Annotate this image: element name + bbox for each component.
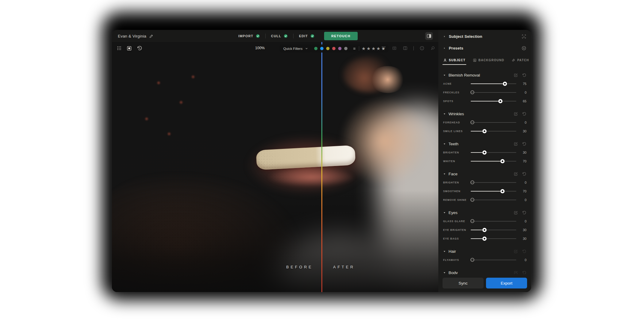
photo-nose-highlight [370, 66, 406, 93]
slider-label: FLYAWAYS [443, 258, 471, 261]
slider-track[interactable] [471, 150, 516, 155]
section-edit-icon[interactable] [514, 270, 518, 274]
section-edit-icon[interactable] [514, 142, 518, 146]
slider-track[interactable] [471, 90, 516, 95]
slider-track[interactable] [471, 189, 516, 194]
slider-track[interactable] [471, 236, 516, 241]
tab-background[interactable]: BACKGROUND [473, 58, 504, 65]
section-title: Blemish Removal [449, 73, 480, 77]
slider-track[interactable] [471, 219, 516, 224]
star-icon[interactable]: ★ [371, 46, 375, 51]
face-scan-icon[interactable] [521, 34, 526, 39]
slider-thumb[interactable] [482, 228, 487, 232]
section-header[interactable]: Eyes [443, 208, 526, 217]
slider-thumb[interactable] [470, 180, 474, 184]
presets-label: Presets [449, 46, 463, 50]
export-button[interactable]: Export [486, 278, 527, 288]
slider-row: SMOOTHEN 70 [443, 187, 526, 195]
slider-track[interactable] [471, 81, 516, 86]
section-reset-icon[interactable] [522, 249, 526, 254]
color-dot-yellow[interactable] [326, 47, 329, 50]
section-header[interactable]: Teeth [443, 140, 526, 148]
filter-funnel-icon[interactable] [381, 46, 386, 51]
slider-track[interactable] [471, 198, 516, 202]
sync-button[interactable]: Sync [443, 278, 484, 288]
slider-thumb[interactable] [482, 129, 487, 133]
slider-track[interactable] [471, 180, 516, 185]
info-icon[interactable] [419, 46, 425, 51]
presets-row[interactable]: Presets [438, 43, 531, 53]
slider-track[interactable] [471, 159, 516, 164]
tab-patch[interactable]: PATCH [511, 58, 529, 65]
section-reset-icon[interactable] [522, 142, 526, 146]
caret-down-icon [443, 113, 446, 115]
slider-fill [471, 83, 505, 84]
section-reset-icon[interactable] [522, 172, 526, 176]
slider-thumb[interactable] [498, 99, 502, 103]
section-header[interactable]: Blemish Removal [443, 71, 526, 79]
color-dot-red[interactable] [332, 47, 335, 50]
add-preset-icon[interactable] [521, 46, 526, 51]
subject-selection-row[interactable]: Subject Selection [438, 30, 531, 43]
adjustment-sections: Blemish Removal ACNE 75 FRECKLES 0 SPOT [438, 65, 531, 274]
section-edit-icon[interactable] [514, 172, 518, 176]
edit-title-icon[interactable] [149, 34, 154, 38]
section-reset-icon[interactable] [522, 210, 526, 215]
color-dot-purple[interactable] [338, 47, 341, 50]
person-icon [443, 58, 447, 62]
star-icon[interactable]: ★ [366, 46, 370, 51]
quick-filters-dropdown[interactable]: Quick Filters [280, 44, 311, 53]
history-icon[interactable] [137, 45, 142, 51]
slider-thumb[interactable] [482, 150, 487, 155]
section-header[interactable]: Face [443, 170, 526, 178]
section-reset-icon[interactable] [522, 73, 526, 77]
slider-row: SPOTS 65 [443, 97, 526, 105]
caret-down-icon [443, 74, 446, 77]
star-icon[interactable]: ★ [376, 46, 380, 51]
section-reset-icon[interactable] [522, 112, 526, 116]
slider-track[interactable] [471, 120, 516, 125]
equals-filter-icon[interactable] [352, 47, 356, 51]
slider-thumb[interactable] [503, 82, 507, 86]
workflow-step[interactable]: IMPORT [233, 34, 265, 38]
slider-thumb[interactable] [470, 198, 474, 202]
grid-icon[interactable] [117, 46, 122, 51]
section-edit-icon[interactable] [514, 249, 518, 254]
section-header[interactable]: Hair [443, 247, 526, 255]
slider-label: ACNE [443, 82, 471, 85]
zoom-tool-icon[interactable] [430, 46, 435, 51]
workflow-step[interactable]: CULL [266, 34, 293, 38]
slider-thumb[interactable] [500, 159, 505, 163]
slider-thumb[interactable] [470, 258, 474, 262]
color-dot-gray[interactable] [344, 47, 347, 50]
panel-toggle-button[interactable] [425, 32, 433, 40]
split-view-icon[interactable] [403, 46, 408, 51]
color-dot-blue[interactable] [320, 47, 323, 50]
slider-track[interactable] [471, 129, 516, 134]
slider-track[interactable] [471, 258, 516, 262]
section-header[interactable]: Wrinkles [443, 110, 526, 118]
star-icon[interactable]: ★ [362, 46, 365, 51]
section-edit-icon[interactable] [514, 210, 518, 215]
retouch-button[interactable]: RETOUCH [324, 32, 358, 40]
color-dot-green[interactable] [314, 47, 318, 50]
slider-thumb[interactable] [470, 90, 474, 94]
section-reset-icon[interactable] [522, 270, 526, 274]
slider-thumb[interactable] [470, 120, 474, 124]
after-label: AFTER [333, 265, 355, 269]
slider-track[interactable] [471, 99, 516, 104]
workflow-step[interactable]: EDIT [294, 34, 320, 38]
photo-canvas[interactable]: BEFORE AFTER 100% Quick Filters ★★★★★ [112, 42, 438, 292]
workflow-step-label: CULL [271, 34, 281, 38]
slider-thumb[interactable] [500, 189, 505, 193]
slider-track[interactable] [471, 228, 516, 232]
section-edit-icon[interactable] [514, 73, 518, 77]
tab-subject[interactable]: SUBJECT [443, 58, 466, 65]
before-after-icon[interactable] [392, 46, 397, 51]
section-edit-icon[interactable] [514, 112, 518, 116]
fit-frame-icon[interactable] [127, 46, 132, 51]
before-after-divider[interactable] [321, 42, 322, 292]
slider-thumb[interactable] [482, 237, 487, 241]
slider-thumb[interactable] [470, 219, 474, 223]
section-header[interactable]: Body [443, 268, 526, 274]
